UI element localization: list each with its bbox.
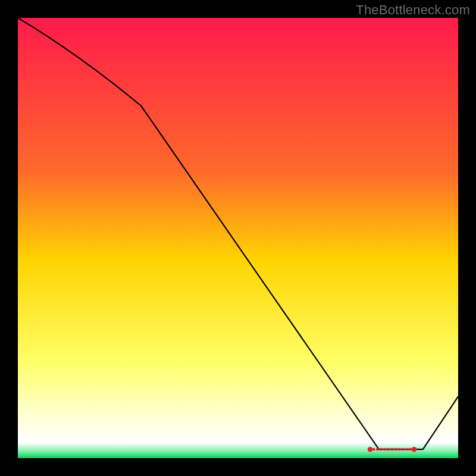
marker-dot xyxy=(372,448,375,451)
marker-dot xyxy=(405,448,408,451)
marker-dot xyxy=(380,448,383,451)
marker-dot xyxy=(376,448,379,451)
chart-svg xyxy=(18,18,458,458)
marker-dot xyxy=(402,448,405,451)
heatmap-background xyxy=(18,18,458,458)
marker-dot xyxy=(409,448,412,451)
marker-dot xyxy=(394,448,397,451)
chart-stage: TheBottleneck.com xyxy=(0,0,476,476)
marker-dot xyxy=(387,448,390,451)
attribution-text: TheBottleneck.com xyxy=(356,2,470,18)
marker-dot xyxy=(383,448,386,451)
marker-dot xyxy=(391,448,394,451)
marker-dot xyxy=(412,447,416,452)
plot-area xyxy=(18,18,458,458)
marker-dot xyxy=(368,447,372,452)
marker-dot xyxy=(398,448,401,451)
